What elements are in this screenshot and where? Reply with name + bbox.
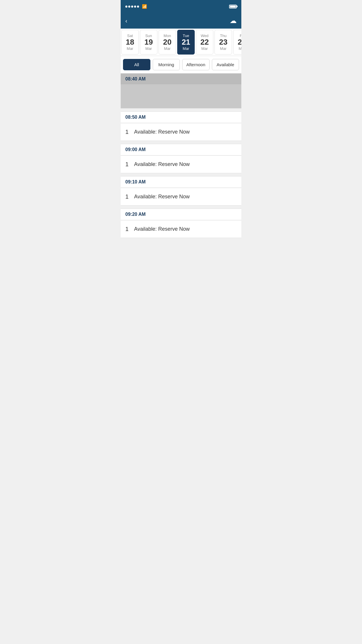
date-number: 23 <box>219 38 228 46</box>
date-day-name: Sat <box>127 34 133 38</box>
tee-time-header: 09:00 AM <box>121 144 241 155</box>
status-bar: 📶 <box>121 0 241 13</box>
signal-dot-4 <box>134 6 136 8</box>
date-number: 18 <box>126 38 134 46</box>
date-number: 24 <box>238 38 241 46</box>
tee-slot-unavailable <box>121 85 241 108</box>
tee-slot-number: 1 <box>125 226 134 232</box>
tee-time-header: 08:50 AM <box>121 112 241 123</box>
tee-group-09-10-AM: 09:10 AM 1 Available: Reserve Now <box>121 176 241 206</box>
filter-btn-available[interactable]: Available <box>212 59 239 70</box>
date-month: Mar <box>220 46 226 51</box>
date-day-name: Sun <box>145 34 152 38</box>
cloud-icon[interactable]: ☁ <box>230 17 237 25</box>
tee-slot-number: 1 <box>125 161 134 168</box>
date-month: Mar <box>145 46 152 51</box>
status-left: 📶 <box>125 4 147 9</box>
battery-icon <box>229 5 237 8</box>
date-day-name: Fri <box>240 34 241 38</box>
tee-slot-number: 1 <box>125 129 134 135</box>
tee-slot[interactable]: 1 Available: Reserve Now <box>121 123 241 141</box>
date-number: 19 <box>145 38 153 46</box>
tee-group-08-40-AM: 08:40 AM <box>121 73 241 108</box>
date-item-23-mar[interactable]: Thu 23 Mar <box>215 30 232 55</box>
nav-bar: ‹ ☁ <box>121 13 241 29</box>
back-button[interactable]: ‹ <box>125 18 129 24</box>
tee-group-09-20-AM: 09:20 AM 1 Available: Reserve Now <box>121 209 241 238</box>
tee-time-header: 09:20 AM <box>121 209 241 220</box>
date-month: Mar <box>183 46 189 51</box>
date-item-19-mar[interactable]: Sun 19 Mar <box>140 30 157 55</box>
signal-dot-2 <box>128 6 130 8</box>
tee-time-header: 08:40 AM <box>121 74 241 85</box>
date-month: Mar <box>164 46 171 51</box>
date-number: 21 <box>182 38 190 46</box>
date-item-18-mar[interactable]: Sat 18 Mar <box>121 30 139 55</box>
tee-slot[interactable]: 1 Available: Reserve Now <box>121 188 241 205</box>
date-item-21-mar[interactable]: Tue 21 Mar <box>177 30 195 55</box>
tee-list: 08:40 AM08:50 AM 1 Available: Reserve No… <box>121 73 241 238</box>
date-number: 20 <box>163 38 172 46</box>
date-month: Mar <box>127 46 133 51</box>
back-chevron-icon: ‹ <box>125 18 127 24</box>
date-item-22-mar[interactable]: Wed 22 Mar <box>196 30 213 55</box>
date-picker: Sat 18 Mar Sun 19 Mar Mon 20 Mar Tue 21 … <box>121 29 241 56</box>
date-day-name: Mon <box>164 34 171 38</box>
date-month: Mar <box>239 46 241 51</box>
tee-group-09-00-AM: 09:00 AM 1 Available: Reserve Now <box>121 144 241 173</box>
signal-dot-1 <box>125 6 127 8</box>
battery-body <box>229 5 237 8</box>
wifi-icon: 📶 <box>142 4 147 9</box>
tee-time-header: 09:10 AM <box>121 176 241 188</box>
filter-bar: AllMorningAfternoonAvailable <box>121 56 241 73</box>
date-item-20-mar[interactable]: Mon 20 Mar <box>159 30 176 55</box>
tee-slot-number: 1 <box>125 193 134 200</box>
date-item-24-mar[interactable]: Fri 24 Mar <box>233 30 241 55</box>
date-day-name: Wed <box>201 34 209 38</box>
signal-dots <box>125 6 139 8</box>
status-right <box>227 5 237 8</box>
filter-btn-morning[interactable]: Morning <box>153 59 180 70</box>
date-number: 22 <box>201 38 209 46</box>
signal-dot-5 <box>137 6 139 8</box>
tee-slot[interactable]: 1 Available: Reserve Now <box>121 155 241 173</box>
tee-slot-text: Available: Reserve Now <box>134 194 190 200</box>
filter-btn-afternoon[interactable]: Afternoon <box>182 59 210 70</box>
date-month: Mar <box>201 46 208 51</box>
tee-slot[interactable]: 1 Available: Reserve Now <box>121 220 241 238</box>
tee-slot-text: Available: Reserve Now <box>134 129 190 135</box>
tee-slot-text: Available: Reserve Now <box>134 226 190 232</box>
tee-slot-text: Available: Reserve Now <box>134 161 190 167</box>
date-day-name: Thu <box>220 34 226 38</box>
date-day-name: Tue <box>183 34 189 38</box>
signal-dot-3 <box>131 6 133 8</box>
battery-fill <box>230 6 236 8</box>
filter-btn-all[interactable]: All <box>123 59 150 70</box>
tee-group-08-50-AM: 08:50 AM 1 Available: Reserve Now <box>121 111 241 141</box>
